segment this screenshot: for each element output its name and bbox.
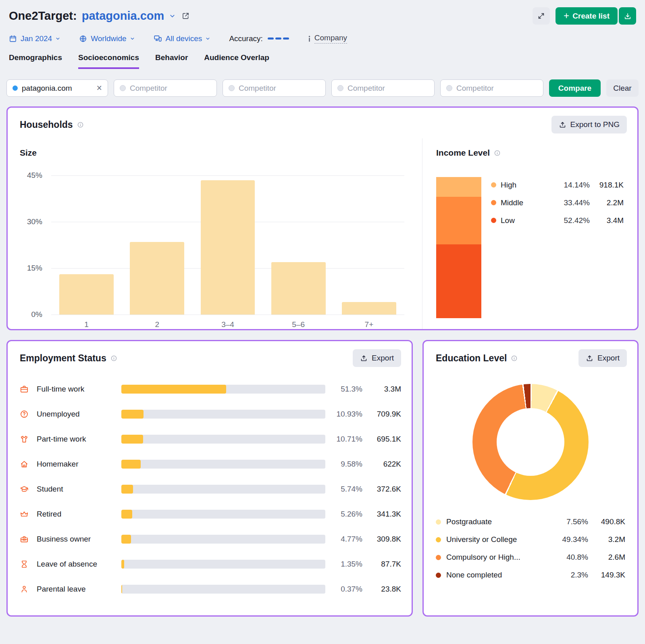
income-stack [436,177,481,318]
create-list-button[interactable]: + Create list [556,7,618,25]
company-link[interactable]: Company [308,33,347,44]
employment-rows: Full-time work51.3%3.3MUnemployed10.93%7… [8,372,412,602]
education-title: Education Level [436,353,507,364]
legend-value: 2.2M [590,198,624,207]
education-export-button[interactable]: Export [578,349,627,367]
legend-label: High [501,181,553,190]
briefcase-icon [20,385,37,394]
employment-bar-track [121,535,325,544]
employment-bar-track [121,585,325,594]
size-x-label: 3–4 [192,320,263,329]
employment-bar-track [121,485,325,494]
competitor-placeholder: Competitor [347,84,385,93]
info-icon[interactable] [77,121,84,128]
info-icon[interactable] [494,150,501,156]
question-circle-icon [20,410,37,419]
competitor-input-4[interactable]: Competitor [440,79,543,97]
domain-chip-label: patagonia.com [22,84,72,93]
external-link-icon[interactable] [181,12,190,20]
create-list-label: Create list [572,12,610,21]
info-icon [308,35,311,42]
employment-percent: 9.58% [325,460,362,469]
download-button[interactable] [619,7,636,25]
employment-row: Business owner4.77%309.8K [20,527,401,552]
competitor-dot-icon [229,85,235,91]
toolbox-icon [20,535,37,544]
income-segment-middle [436,197,481,244]
employment-bar-track [121,410,325,419]
education-level-card: Education Level Export Postgraduate7.56%… [422,340,639,617]
info-icon[interactable] [511,355,518,362]
employment-percent: 0.37% [325,585,362,594]
tab-socioeconomics[interactable]: Socioeconomics [78,53,139,69]
domain-dot-icon [12,85,18,91]
domain-chip[interactable]: patagonia.com × [6,79,108,97]
legend-percent: 52.42% [553,216,590,225]
export-png-button[interactable]: Export to PNG [551,116,627,133]
employment-bar-fill [121,435,143,444]
competitor-input-3[interactable]: Competitor [331,79,435,97]
compare-button[interactable]: Compare [549,79,601,97]
legend-dot-icon [491,182,496,188]
region-filter[interactable]: Worldwide [79,34,135,43]
size-x-label: 2 [122,320,192,329]
tab-demographics[interactable]: Demographics [9,53,62,69]
export-icon [360,354,368,362]
size-bar-slot [334,175,404,315]
device-chevron-down-icon [205,36,210,41]
size-gridline [51,315,404,315]
employment-export-label: Export [372,354,394,363]
legend-percent: 33.44% [553,198,590,207]
competitor-input-2[interactable]: Competitor [223,79,326,97]
tab-audience-overlap[interactable]: Audience Overlap [204,53,269,69]
legend-dot-icon [491,200,496,205]
legend-label: University or College [446,535,549,544]
info-icon[interactable] [110,355,117,362]
employment-percent: 5.26% [325,510,362,519]
employment-bar-fill [121,535,131,544]
legend-value: 490.8K [588,517,625,526]
education-legend-row: University or College49.34%3.2M [436,532,625,547]
legend-dot-icon [436,555,441,560]
employment-status-card: Employment Status Export Full-time work5… [6,340,413,617]
employment-percent: 4.77% [325,535,362,544]
income-legend: High14.14%918.1KMiddle33.44%2.2MLow52.42… [491,177,624,318]
region-filter-label: Worldwide [91,34,126,43]
clear-button[interactable]: Clear [606,79,639,97]
domain-chevron-down-icon[interactable] [169,13,176,19]
employment-bar-track [121,385,325,394]
chips-row: patagonia.com × Competitor Competitor Co… [6,79,639,97]
competitor-placeholder: Competitor [239,84,276,93]
export-icon [559,121,566,129]
remove-domain-icon[interactable]: × [97,83,102,93]
legend-value: 3.4M [590,216,624,225]
households-title: Households [20,119,73,130]
employment-bar-track [121,435,325,444]
competitor-input-1[interactable]: Competitor [114,79,217,97]
employment-value: 309.8K [362,535,401,544]
legend-value: 918.1K [590,181,624,190]
employment-bar-fill [121,485,133,494]
date-chevron-down-icon [55,36,60,41]
devices-icon [154,34,162,43]
date-filter[interactable]: Jan 2024 [9,34,60,43]
tab-behavior[interactable]: Behavior [155,53,188,69]
legend-percent: 7.56% [549,517,588,526]
employment-label: Parental leave [37,585,121,594]
tshirt-icon [20,435,37,444]
employment-export-button[interactable]: Export [353,349,401,367]
income-level-panel: Income Level High14.14%918.1KMiddle33.44… [422,138,637,329]
competitor-placeholder: Competitor [130,84,167,93]
page-title: One2Target: [9,9,77,23]
graduation-cap-icon [20,485,37,494]
fullscreen-button[interactable] [533,7,550,25]
income-legend-row: Middle33.44%2.2M [491,196,624,210]
income-legend-row: High14.14%918.1K [491,178,624,192]
legend-percent: 14.14% [553,181,590,190]
employment-label: Student [37,485,121,494]
domain-link[interactable]: patagonia.com [82,9,164,23]
employment-bar-track [121,510,325,519]
device-filter[interactable]: All devices [154,34,211,43]
education-donut-chart [472,384,589,500]
employment-label: Unemployed [37,410,121,419]
